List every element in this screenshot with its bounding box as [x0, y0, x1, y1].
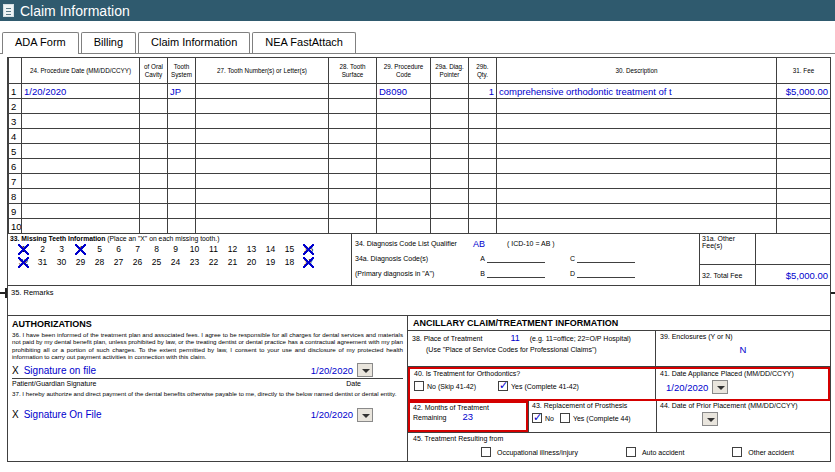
- prosthesis-no-checkbox[interactable]: [532, 413, 542, 423]
- tooth-number-cell[interactable]: [196, 99, 329, 114]
- oral-cavity-cell[interactable]: [140, 99, 168, 114]
- payment-signature-field[interactable]: Signature On File: [24, 409, 102, 420]
- tooth-system-cell[interactable]: [168, 99, 196, 114]
- procedure-date-cell[interactable]: [22, 144, 140, 159]
- tooth-number[interactable]: 26: [128, 257, 147, 268]
- oral-cavity-cell[interactable]: [140, 189, 168, 204]
- procedure-code-cell[interactable]: [377, 144, 431, 159]
- tooth-number[interactable]: 15: [280, 244, 299, 255]
- diagnosis-slot-c-field[interactable]: [577, 254, 635, 263]
- description-cell[interactable]: [497, 204, 777, 219]
- description-cell[interactable]: [497, 129, 777, 144]
- procedure-date-cell[interactable]: [22, 174, 140, 189]
- tooth-system-cell[interactable]: [168, 144, 196, 159]
- tooth-number[interactable]: 25: [147, 257, 166, 268]
- patient-signature-date-dropdown-icon[interactable]: [357, 363, 373, 377]
- qty-cell[interactable]: [469, 159, 497, 174]
- auto-accident-checkbox[interactable]: [626, 447, 636, 457]
- diagnosis-qualifier-value[interactable]: AB: [473, 239, 507, 249]
- enclosures-value[interactable]: N: [660, 344, 826, 355]
- procedure-code-cell[interactable]: [377, 189, 431, 204]
- tooth-system-cell[interactable]: [168, 159, 196, 174]
- description-cell[interactable]: [497, 174, 777, 189]
- fee-cell[interactable]: $5,000.00: [777, 84, 831, 99]
- qty-cell[interactable]: [469, 144, 497, 159]
- qty-cell[interactable]: 1: [469, 84, 497, 99]
- tooth-number[interactable]: 6: [109, 244, 128, 255]
- fee-cell[interactable]: [777, 189, 831, 204]
- procedure-date-cell[interactable]: 1/20/2020: [22, 84, 140, 99]
- other-fee-field[interactable]: [756, 234, 830, 264]
- procedure-date-cell[interactable]: [22, 159, 140, 174]
- tooth-surface-cell[interactable]: [329, 99, 377, 114]
- prior-placement-date-dropdown-icon[interactable]: [702, 412, 718, 426]
- tooth-number-cell[interactable]: [196, 114, 329, 129]
- fee-cell[interactable]: [777, 204, 831, 219]
- oral-cavity-cell[interactable]: [140, 219, 168, 234]
- procedure-code-cell[interactable]: [377, 99, 431, 114]
- tooth-system-cell[interactable]: [168, 129, 196, 144]
- tooth-number[interactable]: 24: [166, 257, 185, 268]
- orthodontics-yes-checkbox[interactable]: [498, 381, 508, 391]
- prosthesis-yes-checkbox[interactable]: [560, 413, 570, 423]
- tooth-number[interactable]: 7: [128, 244, 147, 255]
- tab-claim-information[interactable]: Claim Information: [138, 32, 250, 53]
- tooth-surface-cell[interactable]: [329, 189, 377, 204]
- payment-signature-date[interactable]: 1/20/2020: [311, 409, 353, 420]
- diag-pointer-cell[interactable]: [431, 219, 469, 234]
- tooth-number[interactable]: 27: [109, 257, 128, 268]
- tooth-surface-cell[interactable]: [329, 159, 377, 174]
- diag-pointer-cell[interactable]: [431, 174, 469, 189]
- fee-cell[interactable]: [777, 159, 831, 174]
- tab-billing[interactable]: Billing: [81, 32, 136, 53]
- tooth-number-cell[interactable]: [196, 144, 329, 159]
- remarks-field[interactable]: 35. Remarks: [8, 286, 830, 316]
- tooth-number[interactable]: 32: [14, 257, 33, 268]
- tooth-number[interactable]: 1: [14, 244, 33, 255]
- oral-cavity-cell[interactable]: [140, 204, 168, 219]
- tooth-surface-cell[interactable]: [329, 219, 377, 234]
- qty-cell[interactable]: [469, 189, 497, 204]
- procedure-code-cell[interactable]: [377, 204, 431, 219]
- tooth-number[interactable]: 29: [71, 257, 90, 268]
- description-cell[interactable]: comprehensive orthodontic treatment of t: [497, 84, 777, 99]
- procedure-code-cell[interactable]: [377, 219, 431, 234]
- procedure-code-cell[interactable]: [377, 129, 431, 144]
- tooth-number[interactable]: 19: [261, 257, 280, 268]
- tooth-number[interactable]: 3: [52, 244, 71, 255]
- diagnosis-slot-b-field[interactable]: [487, 269, 545, 278]
- patient-signature-date[interactable]: 1/20/2020: [311, 365, 353, 376]
- procedure-date-cell[interactable]: [22, 129, 140, 144]
- procedure-code-cell[interactable]: [377, 114, 431, 129]
- diag-pointer-cell[interactable]: [431, 189, 469, 204]
- tooth-number[interactable]: 30: [52, 257, 71, 268]
- diag-pointer-cell[interactable]: [431, 84, 469, 99]
- tab-ada-form[interactable]: ADA Form: [2, 32, 79, 53]
- procedure-date-cell[interactable]: [22, 114, 140, 129]
- procedure-code-cell[interactable]: [377, 174, 431, 189]
- procedure-code-cell[interactable]: [377, 159, 431, 174]
- tooth-number[interactable]: 31: [33, 257, 52, 268]
- tooth-number[interactable]: 16: [299, 244, 318, 255]
- procedure-date-cell[interactable]: [22, 189, 140, 204]
- appliance-placed-date[interactable]: 1/20/2020: [666, 382, 708, 393]
- fee-cell[interactable]: [777, 114, 831, 129]
- tooth-number-cell[interactable]: [196, 204, 329, 219]
- appliance-placed-date-dropdown-icon[interactable]: [712, 380, 728, 394]
- tooth-number[interactable]: 2: [33, 244, 52, 255]
- diag-pointer-cell[interactable]: [431, 129, 469, 144]
- tooth-number[interactable]: 13: [242, 244, 261, 255]
- tooth-number-cell[interactable]: [196, 84, 329, 99]
- tooth-number[interactable]: 21: [223, 257, 242, 268]
- tooth-number[interactable]: 14: [261, 244, 280, 255]
- procedure-date-cell[interactable]: [22, 204, 140, 219]
- tooth-number[interactable]: 11: [204, 244, 223, 255]
- diag-pointer-cell[interactable]: [431, 159, 469, 174]
- tooth-system-cell[interactable]: JP: [168, 84, 196, 99]
- place-of-treatment-value[interactable]: 11: [510, 333, 519, 343]
- other-accident-checkbox[interactable]: [732, 447, 742, 457]
- tooth-surface-cell[interactable]: [329, 204, 377, 219]
- occupational-illness-checkbox[interactable]: [481, 447, 491, 457]
- qty-cell[interactable]: [469, 114, 497, 129]
- tab-nea-fastattach[interactable]: NEA FastAttach: [252, 32, 356, 53]
